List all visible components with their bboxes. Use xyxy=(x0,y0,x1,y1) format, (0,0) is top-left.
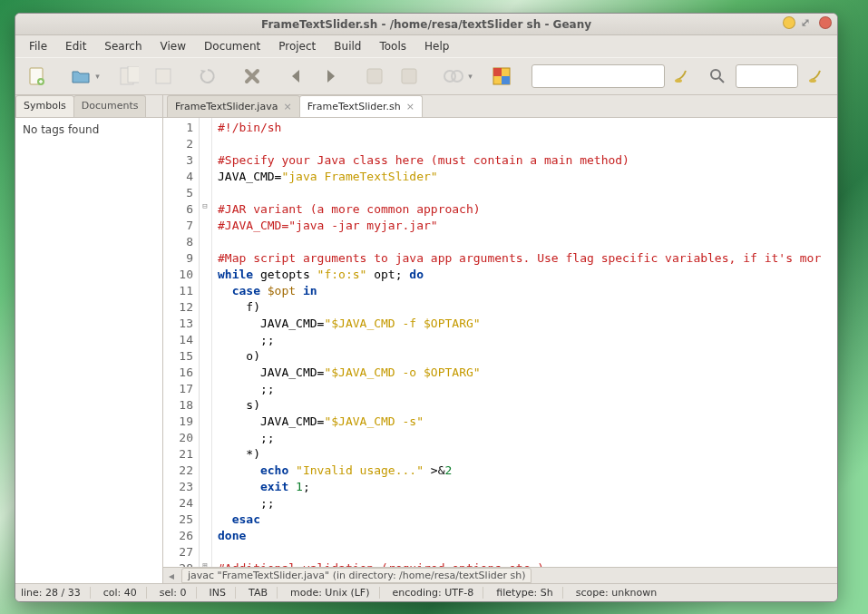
side-tabs: Symbols Documents xyxy=(15,95,162,118)
fold-column[interactable]: ⊟⊞ xyxy=(200,118,212,567)
status-tab: TAB xyxy=(249,587,278,599)
close-tab-icon[interactable]: × xyxy=(283,101,291,112)
color-chooser-button[interactable] xyxy=(487,63,517,90)
search-input[interactable] xyxy=(536,70,660,83)
svg-point-13 xyxy=(711,70,720,79)
revert-button[interactable] xyxy=(192,63,222,90)
editor-tab-label: FrameTextSlider.java xyxy=(175,101,278,112)
svg-point-12 xyxy=(675,79,682,83)
svg-rect-11 xyxy=(502,76,510,84)
sidebar-tab-documents[interactable]: Documents xyxy=(73,95,147,117)
svg-rect-6 xyxy=(402,69,416,83)
compiler-message-tab[interactable]: javac "FrameTextSlider.java" (in directo… xyxy=(181,568,532,583)
window-title: FrameTextSlider.sh - /home/resa/textSlid… xyxy=(261,18,591,31)
menu-build[interactable]: Build xyxy=(326,37,369,55)
close-file-button[interactable] xyxy=(237,63,267,90)
minimize-button[interactable] xyxy=(783,16,795,29)
menu-edit[interactable]: Edit xyxy=(57,37,94,55)
svg-point-8 xyxy=(452,71,463,82)
build-button[interactable] xyxy=(394,63,424,90)
maximize-button[interactable]: ⤢ xyxy=(801,16,814,29)
editor-tabs: FrameTextSlider.java × FrameTextSlider.s… xyxy=(163,95,837,118)
statusbar: line: 28 / 33 col: 40 sel: 0 INS TAB mod… xyxy=(15,583,837,601)
status-sel: sel: 0 xyxy=(160,587,197,599)
messages-area: ◂ javac "FrameTextSlider.java" (in direc… xyxy=(163,567,837,583)
back-button[interactable] xyxy=(281,63,311,90)
status-col: col: 40 xyxy=(103,587,147,599)
status-filetype: filetype: Sh xyxy=(496,587,562,599)
compile-button[interactable] xyxy=(360,63,390,90)
side-pane: Symbols Documents No tags found xyxy=(15,95,163,583)
open-dropdown-icon[interactable]: ▾ xyxy=(95,72,100,81)
status-line: line: 28 / 33 xyxy=(21,587,91,599)
search-field[interactable] xyxy=(532,64,665,88)
menu-document[interactable]: Document xyxy=(196,37,268,55)
svg-rect-3 xyxy=(128,66,139,83)
menu-tools[interactable]: Tools xyxy=(371,37,414,55)
menu-project[interactable]: Project xyxy=(270,37,324,55)
status-ins: INS xyxy=(210,587,236,599)
status-scope: scope: unknown xyxy=(576,587,657,599)
toolbar: ▾ ▾ xyxy=(15,57,837,95)
svg-rect-4 xyxy=(156,69,171,83)
close-button[interactable] xyxy=(819,16,832,29)
goto-line-input[interactable] xyxy=(740,70,794,83)
goto-line-field[interactable] xyxy=(736,64,798,88)
close-tab-icon[interactable]: × xyxy=(406,101,414,112)
execute-button[interactable] xyxy=(438,63,468,90)
svg-rect-10 xyxy=(493,68,502,76)
code-area[interactable]: #!/bin/sh #Specify your Java class here … xyxy=(212,118,837,567)
sidebar-message: No tags found xyxy=(23,123,99,136)
execute-dropdown-icon[interactable]: ▾ xyxy=(468,72,473,81)
sidebar-content: No tags found xyxy=(15,118,162,583)
save-all-button[interactable] xyxy=(148,63,178,90)
messages-scroll-left-icon[interactable]: ◂ xyxy=(169,570,174,582)
sidebar-tab-symbols[interactable]: Symbols xyxy=(15,95,74,117)
menu-file[interactable]: File xyxy=(21,37,55,55)
status-mode: mode: Unix (LF) xyxy=(290,587,380,599)
code-editor[interactable]: 1234567891011121314151617181920212223242… xyxy=(163,118,837,567)
svg-rect-5 xyxy=(367,69,382,83)
goto-clear-button[interactable] xyxy=(802,63,832,90)
titlebar[interactable]: FrameTextSlider.sh - /home/resa/textSlid… xyxy=(15,14,837,35)
editor-tab-java[interactable]: FrameTextSlider.java × xyxy=(167,95,300,117)
editor-tab-sh[interactable]: FrameTextSlider.sh × xyxy=(299,95,423,117)
geany-window: FrameTextSlider.sh - /home/resa/textSlid… xyxy=(15,13,838,602)
find-button[interactable] xyxy=(702,63,732,90)
svg-point-14 xyxy=(809,79,816,83)
save-button[interactable] xyxy=(114,63,144,90)
open-file-button[interactable] xyxy=(65,63,95,90)
body: Symbols Documents No tags found FrameTex… xyxy=(15,95,837,583)
line-number-gutter: 1234567891011121314151617181920212223242… xyxy=(163,118,200,567)
editor-tab-label: FrameTextSlider.sh xyxy=(307,101,401,112)
menu-search[interactable]: Search xyxy=(96,37,150,55)
editor-pane: FrameTextSlider.java × FrameTextSlider.s… xyxy=(163,95,837,583)
forward-button[interactable] xyxy=(316,63,346,90)
new-file-button[interactable] xyxy=(21,63,51,90)
search-clear-button[interactable] xyxy=(668,63,698,90)
menu-view[interactable]: View xyxy=(152,37,194,55)
menu-help[interactable]: Help xyxy=(416,37,457,55)
status-encoding: encoding: UTF-8 xyxy=(393,587,484,599)
menubar: File Edit Search View Document Project B… xyxy=(15,35,837,57)
